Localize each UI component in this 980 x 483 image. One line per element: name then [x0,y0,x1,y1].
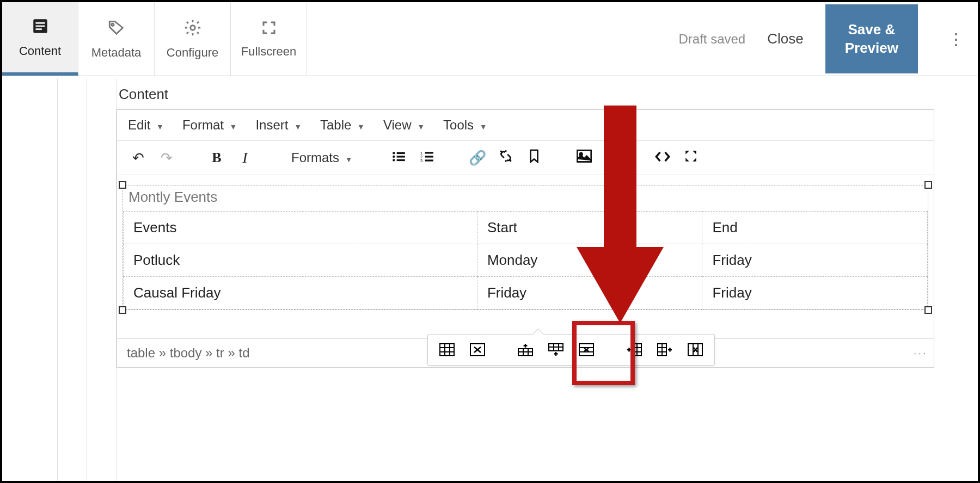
table-row[interactable]: Events Start End [124,212,928,244]
bookmark-button[interactable] [523,146,546,169]
media-icon [604,150,621,166]
chevron-down-icon: ▼ [480,122,487,131]
menu-table[interactable]: Table ▼ [320,117,365,133]
expand-icon [684,149,698,167]
svg-rect-9 [396,156,405,157]
source-code-button[interactable] [651,146,674,169]
svg-rect-13 [425,152,433,153]
fullscreen-editor-button[interactable] [679,146,702,169]
svg-rect-1 [35,22,45,23]
element-path[interactable]: table » tbody » tr » td [127,345,249,361]
editor-table[interactable]: Events Start End Potluck Monday Friday C… [123,211,928,309]
formats-dropdown[interactable]: Formats ▼ [284,150,360,165]
media-button[interactable] [601,146,624,169]
table-context-toolbar [427,334,715,366]
table-cell[interactable]: Potluck [124,244,477,277]
bookmark-icon [528,149,540,167]
menu-insert[interactable]: Insert ▼ [255,117,302,133]
bullet-list-button[interactable] [388,146,411,169]
resize-handle[interactable] [924,181,932,189]
svg-rect-22 [617,150,620,162]
link-button[interactable]: 🔗 [466,146,489,169]
bold-button[interactable]: B [205,146,228,169]
menu-tools[interactable]: Tools ▼ [443,117,487,133]
svg-rect-3 [35,28,41,30]
table-properties-button[interactable] [438,342,456,357]
tag-icon [107,18,126,41]
table-cell[interactable]: Friday [702,277,928,309]
tab-metadata[interactable]: Metadata [78,2,155,76]
insert-col-after-button[interactable] [656,342,674,357]
col-delete-icon [688,343,703,356]
tab-label: Metadata [91,46,142,60]
resize-handle[interactable] [119,306,126,314]
row-insert-below-icon [548,343,564,356]
tab-label: Content [19,44,61,58]
editor-table-selection[interactable]: Montly Events Events Start End Potluck M… [122,185,928,310]
undo-icon: ↶ [132,150,144,166]
image-icon [577,150,592,166]
tab-label: Fullscreen [241,45,296,59]
unlink-button[interactable] [494,146,517,169]
table-delete-icon [470,343,485,356]
col-insert-right-icon [657,343,672,356]
code-icon [655,150,670,166]
table-cell[interactable]: Events [124,212,477,244]
more-menu-button[interactable]: ⋮ [940,29,972,48]
tab-label: Configure [167,46,218,60]
svg-point-5 [190,25,195,30]
insert-col-before-button[interactable] [625,342,644,357]
save-preview-button[interactable]: Save &Preview [825,4,918,74]
redo-button[interactable]: ↷ [155,146,178,169]
close-button[interactable]: Close [767,30,803,47]
tab-fullscreen[interactable]: Fullscreen [231,2,307,76]
delete-row-button[interactable] [577,342,596,357]
delete-col-button[interactable] [686,342,705,357]
svg-rect-17 [425,159,433,161]
top-right-actions: Draft saved Close Save &Preview ⋮ [679,2,978,76]
table-row[interactable]: Potluck Monday Friday [124,244,928,277]
table-cell[interactable]: End [702,212,928,244]
table-cell[interactable]: Friday [477,277,702,309]
table-caption[interactable]: Montly Events [123,185,928,211]
insert-row-before-button[interactable] [516,342,535,357]
tab-content[interactable]: Content [2,2,78,76]
table-cell[interactable]: Friday [702,244,928,277]
svg-point-8 [393,155,395,157]
editor-tabs: Content Metadata Configure Fullscreen [2,2,307,76]
undo-button[interactable]: ↶ [127,146,150,169]
editor-canvas[interactable]: Montly Events Events Start End Potluck M… [117,175,934,338]
gear-icon [183,18,202,41]
chevron-down-icon: ▼ [156,122,164,131]
table-cell[interactable]: Start [477,212,702,244]
numbered-list-icon: 123 [420,150,434,166]
link-icon: 🔗 [469,150,486,166]
italic-button[interactable]: I [234,146,256,169]
bold-icon: B [212,150,221,166]
chevron-down-icon: ▼ [230,122,237,131]
table-cell[interactable]: Monday [477,244,702,277]
resize-handle[interactable] [119,181,126,189]
chevron-down-icon: ▼ [417,122,425,131]
resize-grip-icon[interactable]: ⋰ [912,346,927,361]
svg-rect-11 [396,159,405,160]
menu-edit[interactable]: Edit ▼ [128,117,164,133]
image-button[interactable] [573,146,596,169]
insert-row-after-button[interactable] [547,342,565,357]
resize-handle[interactable] [924,306,932,314]
save-label: Save &Preview [845,21,898,56]
kebab-icon: ⋮ [948,29,964,48]
svg-rect-2 [35,25,45,27]
table-cell[interactable]: Causal Friday [124,277,477,309]
top-toolbar: Content Metadata Configure Fullscreen [2,2,978,76]
delete-table-button[interactable] [468,342,487,357]
tab-configure[interactable]: Configure [155,2,231,76]
numbered-list-button[interactable]: 123 [416,146,439,169]
menu-view[interactable]: View ▼ [383,117,425,133]
editor-toolbar: ↶ ↷ B I Formats ▼ 123 🔗 [117,141,934,175]
unlink-icon [498,149,513,167]
fullscreen-icon [261,20,277,40]
svg-rect-7 [396,152,405,153]
table-row[interactable]: Causal Friday Friday Friday [124,277,928,309]
menu-format[interactable]: Format ▼ [182,117,237,133]
